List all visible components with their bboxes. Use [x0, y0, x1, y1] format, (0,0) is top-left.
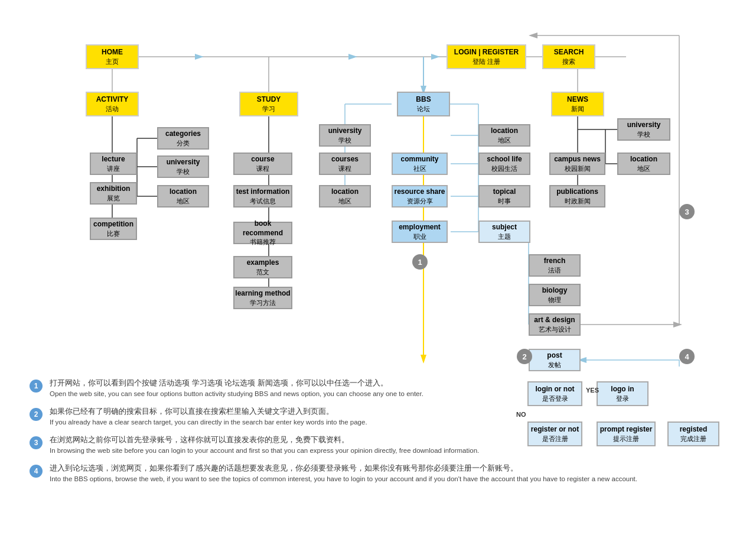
diag-circle-2: 2	[517, 349, 532, 364]
node-community: community社区	[392, 153, 448, 175]
node-test_info: test information考试信息	[233, 185, 292, 207]
zh-line-2: 如果你已经有了明确的搜索目标，你可以直接在搜索栏里输入关键文字进入到页面。	[50, 407, 367, 417]
bottom-circle-2: 2	[30, 408, 43, 421]
node-location: location地区	[478, 124, 530, 147]
node-register_or_not: register or not是否注册	[527, 421, 582, 446]
node-news_university: university学校	[617, 118, 670, 141]
diag-circle-3: 3	[679, 204, 695, 219]
svg-marker-2	[348, 54, 357, 60]
bottom-text-4: 进入到论坛选项，浏览网页，如果你看到了感兴趣的话题想要发表意见，你必须要登录账号…	[50, 463, 637, 482]
node-french: french法语	[529, 254, 581, 277]
svg-marker-1	[195, 54, 204, 60]
node-study: STUDY学习	[239, 92, 298, 116]
bottom-text-1: 打开网站，你可以看到四个按键 活动选项 学习选项 论坛选项 新闻选项，你可以以中…	[50, 378, 423, 397]
node-activity: ACTIVITY活动	[86, 92, 139, 116]
diag-circle-4: 4	[679, 349, 695, 364]
node-topical: topical时事	[478, 185, 530, 207]
node-competition: competition比赛	[90, 218, 137, 240]
node-biology: biology物理	[529, 284, 581, 306]
node-school_life: school life校园生活	[478, 153, 530, 175]
node-bbs_courses: courses课程	[319, 153, 371, 175]
node-publications: publications时政新闻	[549, 185, 605, 207]
node-login_register: LOGIN | REGISTER登陆 注册	[447, 44, 526, 69]
en-line-4: Into the BBS options, browse the web, if…	[50, 475, 637, 482]
node-logo_in: logo in登录	[597, 381, 649, 406]
node-act_university: university学校	[157, 155, 209, 178]
node-subject: subject主题	[478, 221, 530, 243]
zh-line-1: 打开网站，你可以看到四个按键 活动选项 学习选项 论坛选项 新闻选项，你可以以中…	[50, 378, 423, 388]
node-registered: registed完成注册	[667, 421, 719, 446]
node-employment: employment职业	[392, 221, 448, 243]
node-news: NEWS新闻	[551, 92, 604, 116]
node-prompt_register: prompt register提示注册	[597, 421, 656, 446]
svg-marker-3	[431, 54, 440, 60]
en-line-3: In browsing the web site before you can …	[50, 447, 479, 454]
node-lecture: lecture讲座	[90, 153, 137, 175]
svg-marker-45	[673, 322, 682, 328]
node-search: SEARCH搜索	[542, 44, 595, 69]
svg-marker-48	[529, 33, 537, 38]
node-act_location: location地区	[157, 185, 209, 207]
node-art_design: art & design艺术与设计	[529, 313, 581, 336]
no-label: NO	[516, 411, 526, 418]
node-login_or_not: login or not是否登录	[527, 381, 582, 406]
node-home: HOME主页	[86, 44, 139, 69]
diag-circle-1: 1	[412, 254, 428, 270]
yes-label: YES	[586, 387, 599, 394]
bottom-text-2: 如果你已经有了明确的搜索目标，你可以直接在搜索栏里输入关键文字进入到页面。 If…	[50, 407, 367, 426]
node-post: post发帖	[529, 349, 581, 371]
node-resource_share: resource share资源分享	[392, 185, 448, 207]
svg-marker-57	[421, 355, 426, 364]
bottom-circle-4: 4	[30, 465, 43, 478]
bottom-text-3: 在浏览网站之前你可以首先登录账号，这样你就可以直接发表你的意见，免费下载资料。 …	[50, 435, 479, 454]
node-examples: examples范文	[233, 256, 292, 278]
bottom-circle-3: 3	[30, 436, 43, 449]
node-course: course课程	[233, 153, 292, 175]
bottom-item-4: 4 进入到论坛选项，浏览网页，如果你看到了感兴趣的话题想要发表意见，你必须要登录…	[30, 463, 726, 482]
zh-line-3: 在浏览网站之前你可以首先登录账号，这样你就可以直接发表你的意见，免费下载资料。	[50, 435, 479, 445]
node-campus_news: campus news校园新闻	[549, 153, 605, 175]
node-bbs_location: location地区	[319, 185, 371, 207]
node-learning_method: learning method学习方法	[233, 287, 292, 309]
node-bbs: BBS论坛	[397, 92, 450, 116]
node-bbs_university: university学校	[319, 124, 371, 147]
node-exhibition: exhibition展览	[90, 182, 137, 205]
bottom-circle-1: 1	[30, 380, 43, 393]
zh-line-4: 进入到论坛选项，浏览网页，如果你看到了感兴趣的话题想要发表意见，你必须要登录账号…	[50, 463, 637, 474]
node-news_location: location地区	[617, 153, 670, 175]
node-book_recommend: book recommend书籍推荐	[233, 222, 292, 244]
node-categories: categories分类	[157, 127, 209, 150]
en-line-2: If you already have a clear search targe…	[50, 419, 367, 426]
en-line-1: Open the web site, you can see four opti…	[50, 390, 423, 397]
